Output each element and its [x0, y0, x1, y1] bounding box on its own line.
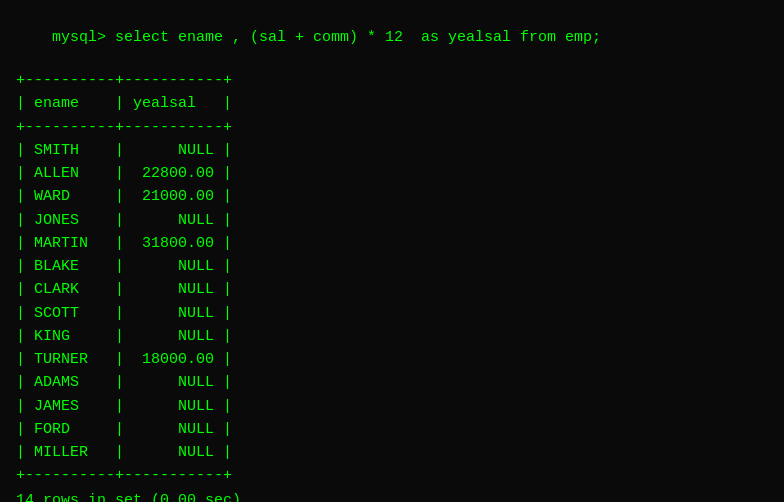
header-row: | ename | yealsal |: [16, 92, 768, 115]
command: select ename , (sal + comm) * 12 as yeal…: [106, 29, 601, 46]
table-row: | CLARK | NULL |: [16, 278, 768, 301]
table-row: | ADAMS | NULL |: [16, 371, 768, 394]
command-line: mysql> select ename , (sal + comm) * 12 …: [16, 12, 768, 63]
table-row: | SCOTT | NULL |: [16, 302, 768, 325]
table-row: | WARD | 21000.00 |: [16, 185, 768, 208]
border-top: +----------+-----------+: [16, 69, 768, 92]
table-container: +----------+-----------+ | ename | yeals…: [16, 69, 768, 488]
border-bottom: +----------+-----------+: [16, 464, 768, 487]
table-row: | ALLEN | 22800.00 |: [16, 162, 768, 185]
table-row: | TURNER | 18000.00 |: [16, 348, 768, 371]
table-row: | MARTIN | 31800.00 |: [16, 232, 768, 255]
table-rows: | SMITH | NULL || ALLEN | 22800.00 || WA…: [16, 139, 768, 465]
table-row: | MILLER | NULL |: [16, 441, 768, 464]
result-info: 14 rows in set (0.00 sec): [16, 492, 768, 503]
table-row: | JONES | NULL |: [16, 209, 768, 232]
border-mid: +----------+-----------+: [16, 116, 768, 139]
table-row: | KING | NULL |: [16, 325, 768, 348]
table-row: | JAMES | NULL |: [16, 395, 768, 418]
table-row: | BLAKE | NULL |: [16, 255, 768, 278]
prompt: mysql>: [52, 29, 106, 46]
table-row: | SMITH | NULL |: [16, 139, 768, 162]
terminal: mysql> select ename , (sal + comm) * 12 …: [16, 12, 768, 502]
table-row: | FORD | NULL |: [16, 418, 768, 441]
